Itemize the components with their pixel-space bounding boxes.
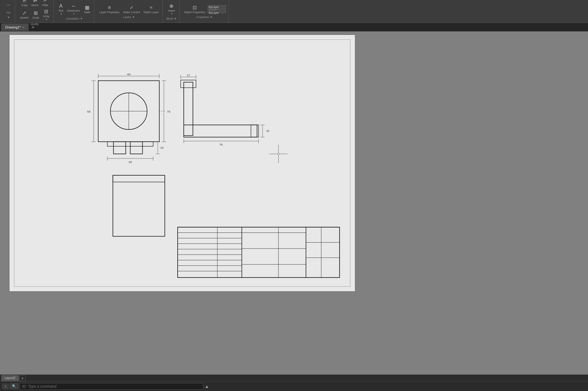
- svg-rect-4: [114, 142, 126, 154]
- match-properties-icon: ⊡: [193, 5, 197, 10]
- svg-rect-44: [113, 175, 165, 236]
- text-button[interactable]: A Text ▾: [57, 3, 65, 16]
- table-icon: ▦: [85, 5, 89, 10]
- svg-rect-5: [130, 142, 142, 154]
- svg-rect-29: [184, 125, 257, 137]
- match-layer-button[interactable]: ≈ Match Layer: [142, 4, 160, 14]
- annotation-group: A Text ▾ ↔ Dimension ▾ ▦ Table Annotatio…: [55, 0, 95, 23]
- drawing1-tab[interactable]: Drawing1* ×: [1, 24, 28, 31]
- new-tab-button[interactable]: +: [30, 24, 36, 31]
- copy-button[interactable]: ⎘ Copy: [20, 0, 29, 7]
- drawing1-tab-label: Drawing1*: [5, 25, 21, 29]
- drawing1-tab-close[interactable]: ×: [23, 26, 24, 29]
- svg-rect-57: [242, 227, 306, 278]
- svg-text:12: 12: [187, 74, 190, 77]
- status-arrow: ▲: [205, 384, 209, 389]
- paper: 40 75 55 30 15: [9, 35, 355, 292]
- arc-icon: ⌒: [6, 4, 11, 11]
- svg-text:75: 75: [167, 110, 171, 113]
- insert-button[interactable]: ⊕ Insert ▾: [167, 2, 176, 16]
- layers-label: Layers ▼: [123, 16, 135, 19]
- layers-group: ≡ Layer Properties ✓ Make Current ≈ Matc…: [96, 0, 163, 23]
- block-group: ⊕ Insert ▾ Block ▼: [164, 0, 179, 23]
- drawing-canvas: 40 75 55 30 15: [9, 35, 355, 291]
- svg-text:75: 75: [219, 143, 223, 146]
- insert-icon: ⊕: [169, 3, 173, 9]
- annotation-label: Annotation ▼: [66, 17, 83, 20]
- svg-rect-62: [306, 227, 340, 278]
- properties-label: Properties ▼: [196, 16, 212, 19]
- main-toolbar: ⌒ Arc ▼ ⎘ Copy ⇌ Mirror ⌐ Fillet ⤢ Str: [0, 0, 588, 23]
- stretch-icon: ⤢: [22, 10, 26, 16]
- properties-group: ⊡ Match Properties ByLayer ——— ByLayer P…: [181, 0, 229, 23]
- make-current-icon: ✓: [130, 5, 134, 10]
- bylayer-line[interactable]: ——— ByLayer: [208, 9, 226, 13]
- arc-button[interactable]: ⌒ Arc: [5, 4, 12, 15]
- copy-icon: ⎘: [23, 0, 26, 3]
- svg-text:55: 55: [87, 110, 91, 113]
- search-status-button[interactable]: 🔍: [10, 383, 18, 389]
- match-layer-icon: ≈: [150, 5, 153, 10]
- svg-rect-30: [251, 125, 258, 137]
- bottom-tab-bar: Layout2 +: [0, 374, 588, 381]
- arc-group: ⌒ Arc ▼: [2, 0, 15, 23]
- svg-rect-45: [113, 175, 165, 182]
- layer-properties-button[interactable]: ≡ Layer Properties: [98, 4, 121, 14]
- array-icon: ⊟: [44, 9, 48, 14]
- mirror-icon: ⇌: [33, 0, 37, 3]
- fillet-button[interactable]: ⌐ Fillet: [41, 0, 49, 7]
- scale-icon: ⊞: [34, 10, 38, 16]
- table-button[interactable]: ▦ Table: [83, 4, 92, 14]
- fillet-icon: ⌐: [44, 0, 47, 3]
- dimension-icon: ↔: [71, 3, 76, 9]
- svg-rect-28: [181, 80, 196, 88]
- svg-text:30: 30: [129, 160, 132, 164]
- svg-point-68: [277, 153, 279, 155]
- svg-text:20: 20: [266, 129, 269, 132]
- array-button[interactable]: ⊟ Array ▾: [42, 8, 51, 21]
- svg-rect-47: [178, 227, 242, 278]
- layer-properties-icon: ≡: [108, 5, 111, 10]
- make-current-button[interactable]: ✓ Make Current: [122, 4, 141, 14]
- new-layout-tab-button[interactable]: +: [20, 375, 26, 381]
- svg-rect-27: [184, 82, 193, 136]
- svg-text:15: 15: [160, 146, 164, 149]
- block-label: Block ▼: [166, 17, 176, 20]
- close-status-button[interactable]: ×: [2, 384, 9, 389]
- modify-group: ⎘ Copy ⇌ Mirror ⌐ Fillet ⤢ Stretch ⊞ Sca…: [16, 0, 54, 23]
- document-tab-bar: Drawing1* × +: [0, 23, 588, 32]
- layout2-tab-label: Layout2: [5, 376, 16, 380]
- layout2-tab[interactable]: Layout2: [1, 375, 19, 381]
- command-input[interactable]: [20, 383, 203, 390]
- dimension-button[interactable]: ↔ Dimension ▾: [66, 3, 81, 16]
- svg-rect-46: [178, 227, 340, 278]
- mirror-button[interactable]: ⇌ Mirror: [30, 0, 40, 7]
- match-properties-button[interactable]: ⊡ Match Properties: [183, 4, 206, 14]
- status-bar: × 🔍 ▲: [0, 381, 588, 391]
- stretch-button[interactable]: ⤢ Stretch: [19, 9, 30, 20]
- text-icon: A: [59, 3, 62, 9]
- scale-button[interactable]: ⊞ Scale: [31, 9, 41, 20]
- drawing-area[interactable]: 40 75 55 30 15: [0, 32, 588, 381]
- svg-text:40: 40: [127, 73, 131, 76]
